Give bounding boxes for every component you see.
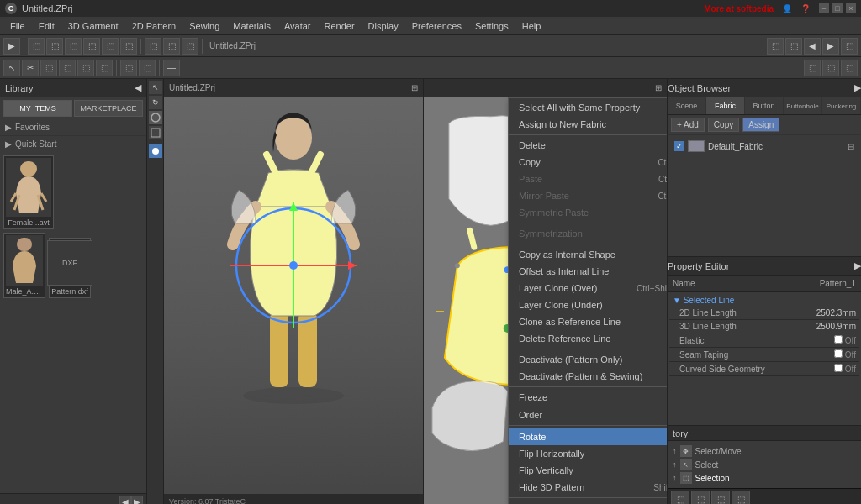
toolbar2-btn-9[interactable]: — <box>163 60 180 76</box>
toolbar2-btn-1[interactable]: ↖ <box>3 60 20 76</box>
curved-side-checkbox[interactable] <box>834 364 843 372</box>
toolbar-btn-6[interactable]: ⬚ <box>102 38 119 55</box>
cm-deactivate-sewing[interactable]: Deactivate (Pattern & Sewing) <box>509 368 667 385</box>
cm-layer-clone-over[interactable]: Layer Clone (Over) Ctrl+Shift+V <box>509 280 667 297</box>
fabric-edit-icon[interactable]: ⊟ <box>848 142 854 151</box>
help-icon[interactable]: ❓ <box>800 4 811 13</box>
cm-zoom-selected[interactable]: Zoom to Selected <box>509 500 667 504</box>
toolbar-right-btn-3[interactable]: ◀ <box>804 38 821 55</box>
toolbar2-btn-2[interactable]: ✂ <box>22 60 39 76</box>
lt-btn-figure3[interactable] <box>149 144 162 158</box>
fabric-item-default[interactable]: ✓ Default_Fabric ⊟ <box>671 139 858 154</box>
viewport3d-canvas[interactable]: Version: 6.07 TristateC <box>164 97 423 504</box>
seam-taping-checkbox[interactable] <box>834 349 843 358</box>
ob-copy-btn[interactable]: Copy <box>708 118 739 132</box>
tools-action-btn-2[interactable]: ⬚ <box>691 491 710 504</box>
menu-settings[interactable]: Settings <box>468 19 515 33</box>
tool-select-move-label[interactable]: Select/Move <box>695 447 742 456</box>
maximize-button[interactable]: □ <box>832 3 843 13</box>
ob-add-btn[interactable]: + Add <box>671 118 705 132</box>
cm-offset-internal[interactable]: Offset as Internal Line <box>509 263 667 280</box>
library-expand-icon[interactable]: ◀ <box>135 82 141 93</box>
toolbar-btn-1[interactable]: ▶ <box>3 38 20 55</box>
ob-tab-scene[interactable]: Scene <box>668 97 706 114</box>
toolbar2-right-btn-2[interactable]: ⬚ <box>822 60 839 76</box>
toolbar-btn-2[interactable]: ⬚ <box>28 38 45 55</box>
page-next-btn[interactable]: ▶ <box>131 496 143 504</box>
ob-tab-button[interactable]: Button <box>745 97 784 114</box>
viewport2d-canvas[interactable]: Select All with Same Property ▶ Assign t… <box>424 97 667 504</box>
quickstart-section[interactable]: ▶ Quick Start <box>0 136 146 152</box>
cm-copy-internal[interactable]: Copy as Internal Shape <box>509 246 667 263</box>
menu-help[interactable]: Help <box>515 19 548 33</box>
toolbar-btn-10[interactable]: ⬚ <box>182 38 198 55</box>
tools-action-btn-4[interactable]: ⬚ <box>732 491 750 504</box>
thumbnail-female-avt[interactable]: Female...avt <box>3 155 54 229</box>
menu-2d-pattern[interactable]: 2D Pattern <box>125 19 183 33</box>
cm-assign-new-fabric[interactable]: Assign to New Fabric <box>509 116 667 133</box>
menu-edit[interactable]: Edit <box>32 19 61 33</box>
thumbnail-male-avt[interactable]: Male_A...avt <box>3 233 45 298</box>
toolbar-btn-8[interactable]: ⬚ <box>145 38 161 55</box>
pe-collapse-icon[interactable]: ▶ <box>854 260 861 271</box>
cm-layer-clone-under[interactable]: Layer Clone (Under) <box>509 297 667 313</box>
ob-tab-buttonhole[interactable]: Buttonhole <box>784 97 822 114</box>
toolbar-right-btn-2[interactable]: ⬚ <box>785 38 802 55</box>
ob-tab-puckering[interactable]: Puckering <box>822 97 861 114</box>
toolbar2-btn-7[interactable]: ⬚ <box>120 60 137 76</box>
minimize-button[interactable]: − <box>819 3 829 13</box>
close-button[interactable]: × <box>846 3 856 13</box>
cm-select-same-property[interactable]: Select All with Same Property ▶ <box>509 98 667 116</box>
menu-preferences[interactable]: Preferences <box>405 19 468 33</box>
toolbar-btn-3[interactable]: ⬚ <box>46 38 63 55</box>
tools-action-btn-3[interactable]: ⬚ <box>711 491 730 504</box>
lt-btn-figure1[interactable] <box>149 111 162 124</box>
tab-marketplace[interactable]: MARKETPLACE <box>74 100 143 117</box>
cm-delete[interactable]: Delete Del <box>509 137 667 154</box>
cm-flip-vertically[interactable]: Flip Vertically <box>509 462 667 479</box>
cm-flip-horizontally[interactable]: Flip Horizontally <box>509 445 667 462</box>
ob-assign-btn[interactable]: Assign <box>742 118 779 132</box>
menu-file[interactable]: File <box>3 19 32 33</box>
cm-freeze[interactable]: Freeze <box>509 389 667 406</box>
favorites-section[interactable]: ▶ Favorites <box>0 119 146 136</box>
pe-section-selected-line[interactable]: ▼ Selected Line <box>669 294 859 307</box>
lt-btn-select[interactable]: ↖ <box>149 81 162 94</box>
cm-deactivate-pattern[interactable]: Deactivate (Pattern Only) <box>509 351 667 368</box>
toolbar2-btn-8[interactable]: ⬚ <box>139 60 156 76</box>
cm-clone-reference[interactable]: Clone as Reference Line <box>509 313 667 330</box>
tool-select-label[interactable]: Select <box>695 460 719 470</box>
toolbar2-right-btn-3[interactable]: ⬚ <box>841 60 858 76</box>
lt-btn-rotate[interactable]: ↻ <box>149 96 162 109</box>
toolbar2-btn-6[interactable]: ⬚ <box>96 60 113 76</box>
toolbar-btn-4[interactable]: ⬚ <box>65 38 82 55</box>
toolbar-right-btn-4[interactable]: ▶ <box>822 38 839 55</box>
cm-copy[interactable]: Copy Ctrl+C <box>509 154 667 171</box>
toolbar-right-btn-1[interactable]: ⬚ <box>767 38 784 55</box>
toolbar-btn-9[interactable]: ⬚ <box>163 38 180 55</box>
ob-collapse-icon[interactable]: ▶ <box>854 82 861 93</box>
toolbar2-right-btn-1[interactable]: ⬚ <box>804 60 821 76</box>
toolbar2-btn-5[interactable]: ⬚ <box>77 60 94 76</box>
toolbar-btn-7[interactable]: ⬚ <box>120 38 137 55</box>
menu-3d-garment[interactable]: 3D Garment <box>61 19 125 33</box>
viewport3d-expand-icon[interactable]: ⊞ <box>411 83 418 92</box>
menu-materials[interactable]: Materials <box>226 19 277 33</box>
tools-action-btn-1[interactable]: ⬚ <box>671 491 689 504</box>
cm-order[interactable]: Order ▶ <box>509 406 667 423</box>
toolbar2-btn-3[interactable]: ⬚ <box>40 60 57 76</box>
cm-rotate[interactable]: Rotate ▶ <box>509 428 667 445</box>
menu-render[interactable]: Render <box>318 19 362 33</box>
viewport2d-expand-icon[interactable]: ⊞ <box>655 83 662 92</box>
toolbar2-btn-4[interactable]: ⬚ <box>59 60 76 76</box>
user-icon[interactable]: 👤 <box>782 4 792 13</box>
cm-delete-reference[interactable]: Delete Reference Line <box>509 330 667 347</box>
menu-avatar[interactable]: Avatar <box>277 19 318 33</box>
menu-sewing[interactable]: Sewing <box>182 19 226 33</box>
tab-my-items[interactable]: MY ITEMS <box>3 100 72 117</box>
lt-btn-figure2[interactable] <box>149 126 162 139</box>
elastic-checkbox[interactable] <box>834 335 843 344</box>
tool-selection-label[interactable]: Selection <box>695 474 730 483</box>
toolbar-right-btn-5[interactable]: ⬚ <box>841 38 858 55</box>
menu-display[interactable]: Display <box>362 19 405 33</box>
